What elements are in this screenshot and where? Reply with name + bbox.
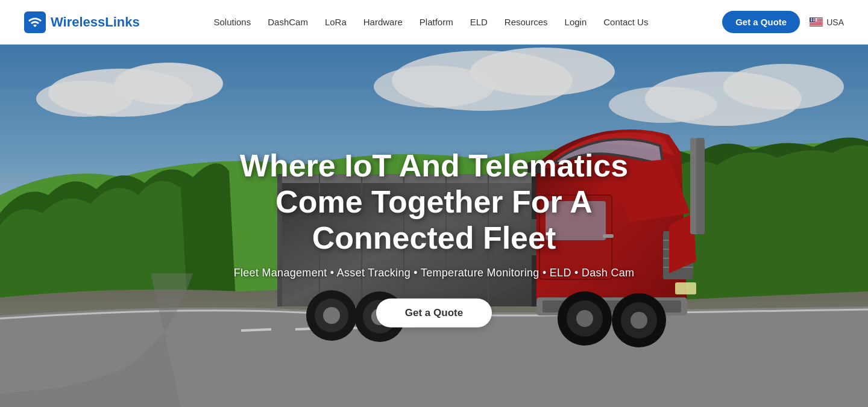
nav-item-dashcam[interactable]: DashCam xyxy=(268,17,308,27)
svg-rect-11 xyxy=(810,25,823,26)
svg-rect-9 xyxy=(810,23,823,24)
nav-item-lora[interactable]: LoRa xyxy=(325,17,347,27)
nav-right: Get a Quote ★★★ ★★★ USA xyxy=(722,11,844,33)
nav-item-eld[interactable]: ELD xyxy=(470,17,488,27)
svg-text:★★★: ★★★ xyxy=(810,17,818,20)
svg-rect-8 xyxy=(810,23,823,23)
logo-icon xyxy=(24,11,46,33)
us-flag-icon: ★★★ ★★★ xyxy=(810,17,823,26)
nav-item-login[interactable]: Login xyxy=(565,17,587,27)
hero-subtitle: Fleet Management • Asset Tracking • Temp… xyxy=(193,267,675,279)
locale-label: USA xyxy=(826,17,844,27)
hero-content: Where IoT And Telematics Come Together F… xyxy=(193,148,675,328)
locale-selector[interactable]: ★★★ ★★★ USA xyxy=(810,17,844,27)
logo-part2: Links xyxy=(105,14,139,30)
nav-item-solutions[interactable]: Solutions xyxy=(214,17,251,27)
main-nav: Solutions DashCam LoRa Hardware Platform… xyxy=(214,17,649,27)
nav-item-platform[interactable]: Platform xyxy=(420,17,453,27)
hero-title: Where IoT And Telematics Come Together F… xyxy=(193,148,675,256)
nav-item-contact[interactable]: Contact Us xyxy=(603,17,648,27)
svg-rect-12 xyxy=(810,26,823,26)
logo-part1: Wireless xyxy=(51,14,105,30)
hero-quote-button[interactable]: Get a Quote xyxy=(376,299,492,328)
svg-rect-10 xyxy=(810,25,823,25)
nav-item-hardware[interactable]: Hardware xyxy=(363,17,403,27)
header-quote-button[interactable]: Get a Quote xyxy=(722,11,800,33)
main-header: WirelessLinks Solutions DashCam LoRa Har… xyxy=(0,0,868,45)
wifi-icon xyxy=(28,15,42,30)
svg-rect-7 xyxy=(810,22,823,23)
nav-item-resources[interactable]: Resources xyxy=(505,17,548,27)
hero-section: Where IoT And Telematics Come Together F… xyxy=(0,45,868,407)
logo-link[interactable]: WirelessLinks xyxy=(24,11,140,33)
logo-text: WirelessLinks xyxy=(51,14,140,30)
